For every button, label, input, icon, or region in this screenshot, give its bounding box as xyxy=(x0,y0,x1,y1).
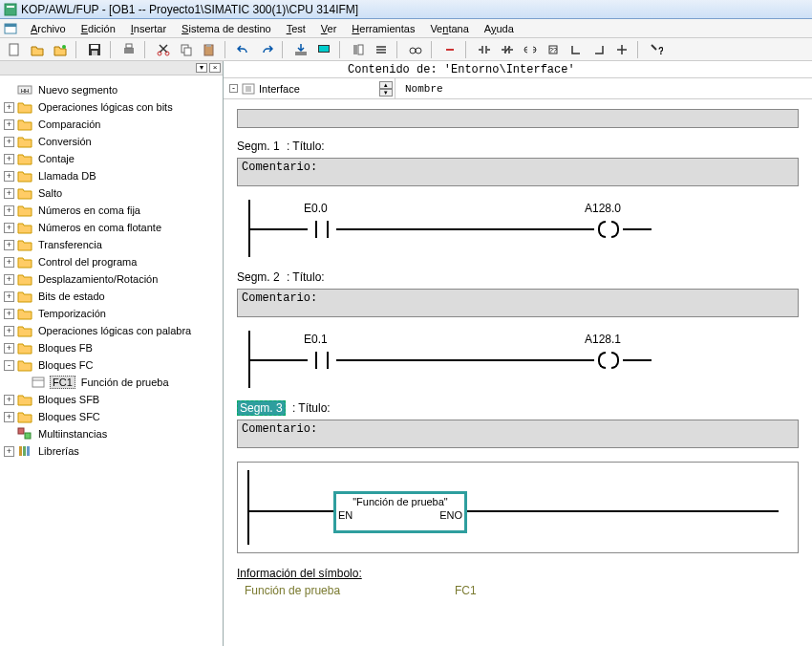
new-button[interactable] xyxy=(4,40,25,59)
expand-icon[interactable]: + xyxy=(4,343,14,354)
expand-icon[interactable]: + xyxy=(4,119,14,130)
contact-label: E0.1 xyxy=(304,333,328,346)
menu-bar: Archivo Edición Insertar Sistema de dest… xyxy=(0,19,812,38)
expand-icon[interactable]: + xyxy=(4,412,14,422)
tree-item[interactable]: +Contaje xyxy=(4,150,223,167)
tree-item[interactable]: +Operaciones lógicas con palabra xyxy=(4,322,223,339)
expand-icon[interactable]: + xyxy=(4,395,14,405)
expand-icon[interactable]: + xyxy=(4,291,14,302)
menu-sistema[interactable]: Sistema de destino xyxy=(174,21,279,36)
tree-item[interactable]: FC1Función de prueba xyxy=(4,374,223,391)
monitor-button[interactable] xyxy=(313,40,334,59)
contact-open-button[interactable] xyxy=(474,40,495,59)
open-button[interactable] xyxy=(27,40,48,59)
tree-item[interactable]: +Temporización xyxy=(4,305,223,322)
online-button[interactable] xyxy=(50,40,71,59)
expand-icon[interactable]: + xyxy=(4,137,14,147)
menu-test[interactable]: Test xyxy=(279,21,313,36)
tree-item[interactable]: +Bloques SFC xyxy=(4,408,223,425)
paste-button[interactable] xyxy=(199,40,220,59)
tree-item[interactable]: Multiinstancias xyxy=(4,425,223,442)
help-button[interactable]: ? xyxy=(646,40,667,59)
expand-icon[interactable]: + xyxy=(4,102,14,113)
svg-text:??: ?? xyxy=(549,47,557,54)
tree-item[interactable]: +Bits de estado xyxy=(4,288,223,305)
expand-icon[interactable]: + xyxy=(4,240,14,250)
separator xyxy=(637,41,641,58)
tree-item[interactable]: +Bloques FB xyxy=(4,339,223,356)
contact-closed-button[interactable] xyxy=(497,40,518,59)
element-tree[interactable]: HHNuevo segmento+Operaciones lógicas con… xyxy=(0,75,223,646)
expand-icon[interactable]: + xyxy=(4,274,14,285)
expand-icon[interactable]: + xyxy=(4,205,14,216)
undo-button[interactable] xyxy=(233,40,254,59)
menu-ventana[interactable]: Ventana xyxy=(422,21,476,36)
tree-item[interactable]: +Números en coma fija xyxy=(4,202,223,219)
copy-button[interactable] xyxy=(176,40,197,59)
menu-edicion[interactable]: Edición xyxy=(74,21,123,36)
download-button[interactable] xyxy=(290,40,311,59)
branch-open-button[interactable] xyxy=(566,40,587,59)
minus-icon[interactable]: - xyxy=(229,84,238,93)
menu-herramientas[interactable]: Herramientas xyxy=(344,21,422,36)
menu-ver[interactable]: Ver xyxy=(313,21,345,36)
save-button[interactable] xyxy=(84,40,105,59)
glasses-button[interactable] xyxy=(405,40,426,59)
coil[interactable]: A128.1 xyxy=(594,352,623,369)
expand-icon[interactable]: + xyxy=(4,257,14,268)
tree-item[interactable]: +Conversión xyxy=(4,133,223,150)
comment-box[interactable]: Comentario: xyxy=(237,289,799,317)
details-button[interactable] xyxy=(371,40,392,59)
expand-icon[interactable]: + xyxy=(4,446,14,457)
tree-item[interactable]: +Salto xyxy=(4,184,223,202)
coil[interactable]: A128.0 xyxy=(594,221,623,238)
cut-button[interactable] xyxy=(153,40,174,59)
expand-icon[interactable]: - xyxy=(4,360,14,371)
no-symbol-button[interactable] xyxy=(439,40,460,59)
dropdown-icon[interactable]: ▾ xyxy=(196,63,207,73)
comment-box[interactable]: Comentario: xyxy=(237,158,799,186)
expand-icon[interactable]: + xyxy=(4,171,14,182)
tree-item[interactable]: +Números en coma flotante xyxy=(4,219,223,236)
seg-title-suffix: : Título: xyxy=(287,270,325,284)
tree-item[interactable]: -Bloques FC xyxy=(4,356,223,374)
expand-icon[interactable]: + xyxy=(4,223,14,233)
box-button[interactable]: ?? xyxy=(543,40,564,59)
stepper[interactable]: ▴▾ xyxy=(379,81,393,97)
tree-item[interactable]: +Comparación xyxy=(4,116,223,133)
menu-ayuda[interactable]: Ayuda xyxy=(477,21,522,36)
menu-archivo[interactable]: Archivo xyxy=(23,21,74,36)
close-icon[interactable]: × xyxy=(209,63,221,73)
tree-item[interactable]: +Desplazamiento/Rotación xyxy=(4,270,223,288)
expand-icon[interactable]: + xyxy=(4,326,14,336)
tree-item[interactable]: +Llamada DB xyxy=(4,167,223,184)
ladder-rung-2[interactable]: E0.1 A128.1 xyxy=(237,331,799,388)
expand-icon[interactable]: + xyxy=(4,154,14,164)
catalog-button[interactable] xyxy=(348,40,369,59)
ladder-rung-1[interactable]: E0.0 A128.0 xyxy=(237,200,799,257)
tree-item[interactable]: HHNuevo segmento xyxy=(4,81,223,98)
contact[interactable]: E0.0 xyxy=(308,219,336,240)
tree-item[interactable]: +Transferencia xyxy=(4,236,223,253)
comment-box[interactable]: Comentario: xyxy=(237,420,799,448)
redo-button[interactable] xyxy=(256,40,277,59)
interface-left[interactable]: - Interface ▴▾ xyxy=(224,78,395,98)
contact-label: E0.0 xyxy=(304,202,328,215)
tree-item[interactable]: +Bloques SFB xyxy=(4,391,223,408)
tree-item[interactable]: +Operaciones lógicas con bits xyxy=(4,98,223,116)
function-block[interactable]: "Función de prueba" EN ENO xyxy=(333,491,467,533)
expand-icon[interactable]: + xyxy=(4,188,14,199)
print-button[interactable] xyxy=(118,40,139,59)
branch-close-button[interactable] xyxy=(588,40,609,59)
tree-item[interactable]: +Librerías xyxy=(4,442,223,460)
connection-button[interactable] xyxy=(611,40,632,59)
ladder-rung-3[interactable]: "Función de prueba" EN ENO xyxy=(237,462,799,553)
contact[interactable]: E0.1 xyxy=(308,350,336,371)
tree-item[interactable]: +Control del programa xyxy=(4,253,223,270)
menu-insertar[interactable]: Insertar xyxy=(123,21,174,36)
folder-icon xyxy=(17,307,32,320)
coil-button[interactable] xyxy=(520,40,541,59)
ladder-canvas[interactable]: Segm. 1 : Título: Comentario: E0.0 A128.… xyxy=(224,99,812,646)
seg-num-selected[interactable]: Segm. 3 xyxy=(237,400,286,416)
expand-icon[interactable]: + xyxy=(4,309,14,319)
